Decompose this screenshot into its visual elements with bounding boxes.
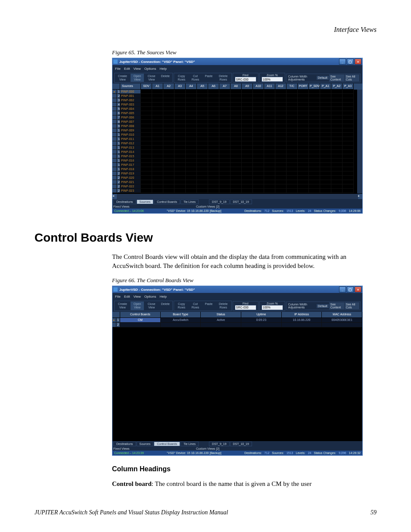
grid-cell[interactable] xyxy=(342,90,354,94)
grid-cell[interactable] xyxy=(298,111,309,115)
grid-cell[interactable] xyxy=(264,150,275,154)
grid-cell[interactable] xyxy=(275,120,286,124)
grid-cell[interactable] xyxy=(331,90,342,94)
grid-cell[interactable] xyxy=(219,141,230,146)
grid-cell[interactable] xyxy=(342,103,354,107)
source-name-cell[interactable]: PINP-003 xyxy=(120,103,141,107)
table-row[interactable]: 8PINP-007 xyxy=(112,120,362,124)
grid-cell[interactable] xyxy=(186,107,197,111)
grid-cell[interactable] xyxy=(264,103,275,107)
grid-cell[interactable] xyxy=(174,184,186,189)
source-name-cell[interactable]: PINP-015 xyxy=(120,154,141,159)
grid-cell[interactable] xyxy=(320,133,331,137)
grid-cell[interactable] xyxy=(253,107,264,111)
grid-cell[interactable] xyxy=(242,107,253,111)
source-name-cell[interactable]: PINP-001 xyxy=(120,94,141,98)
grid-cell[interactable] xyxy=(230,111,242,115)
grid-cell[interactable] xyxy=(242,176,253,180)
source-name-cell[interactable]: PINP-022 xyxy=(120,184,141,189)
grid-cell[interactable] xyxy=(331,189,342,193)
grid-cell[interactable] xyxy=(163,176,174,180)
row-selector[interactable] xyxy=(112,189,117,193)
grid-cell[interactable] xyxy=(208,94,219,98)
grid-cell[interactable] xyxy=(174,115,186,120)
grid-cell[interactable] xyxy=(242,146,253,150)
grid-cell[interactable] xyxy=(253,94,264,98)
grid-cell[interactable] xyxy=(320,154,331,159)
grid-cell[interactable]: AccuSwitch xyxy=(161,318,201,323)
grid-cell[interactable] xyxy=(242,137,253,141)
grid-cell[interactable] xyxy=(242,115,253,120)
grid-cell[interactable] xyxy=(242,90,253,94)
minimize-button[interactable]: _ xyxy=(339,286,346,292)
grid-cell[interactable] xyxy=(264,107,275,111)
grid-cell[interactable] xyxy=(152,184,163,189)
grid-cell[interactable] xyxy=(275,103,286,107)
grid-cell[interactable] xyxy=(219,107,230,111)
source-name-cell[interactable]: PINP-002 xyxy=(120,98,141,103)
grid-cell[interactable] xyxy=(264,159,275,163)
grid-cell[interactable] xyxy=(242,111,253,115)
table-row[interactable]: ▸1CMAccuSwitchActive0:05:2310.16.86.2200… xyxy=(112,318,362,323)
grid-cell[interactable] xyxy=(275,180,286,184)
grid-cell[interactable] xyxy=(242,150,253,154)
table-row[interactable]: 1PINP-015 xyxy=(112,154,362,159)
grid-cell[interactable] xyxy=(208,98,219,103)
grid-cell[interactable] xyxy=(174,154,186,159)
grid-cell[interactable] xyxy=(152,124,163,128)
grid-cell[interactable] xyxy=(309,90,320,94)
grid-cell[interactable] xyxy=(320,137,331,141)
grid-cell[interactable] xyxy=(208,176,219,180)
grid-cell[interactable] xyxy=(197,103,208,107)
grid-cell[interactable] xyxy=(242,133,253,137)
grid-cell[interactable] xyxy=(320,141,331,146)
grid-cell[interactable] xyxy=(219,128,230,133)
grid-cell[interactable] xyxy=(174,128,186,133)
grid-cell[interactable] xyxy=(320,107,331,111)
cwa-see-content-button[interactable]: See Content xyxy=(329,75,344,81)
grid-cell[interactable] xyxy=(242,184,253,189)
grid-column-header[interactable]: A7 xyxy=(219,84,230,90)
row-selector[interactable] xyxy=(112,150,117,154)
grid-cell[interactable] xyxy=(219,159,230,163)
grid-cell[interactable] xyxy=(264,111,275,115)
grid-cell[interactable] xyxy=(342,137,354,141)
grid-cell[interactable]: 10.16.86.220 xyxy=(282,318,322,323)
grid-cell[interactable] xyxy=(286,180,298,184)
grid-cell[interactable] xyxy=(174,146,186,150)
grid-cell[interactable] xyxy=(286,137,298,141)
grid-cell[interactable] xyxy=(331,146,342,150)
tab-control-boards[interactable]: Control Boards xyxy=(154,442,180,446)
grid-cell[interactable] xyxy=(342,98,354,103)
grid-cell[interactable] xyxy=(141,120,152,124)
grid-cell[interactable] xyxy=(186,120,197,124)
grid-cell[interactable] xyxy=(275,163,286,167)
grid-cell[interactable] xyxy=(152,107,163,111)
table-row[interactable]: 1PINP-016 xyxy=(112,159,362,163)
grid-cell[interactable] xyxy=(298,90,309,94)
grid-cell[interactable] xyxy=(275,154,286,159)
grid-cell[interactable] xyxy=(309,159,320,163)
row-selector[interactable] xyxy=(112,146,117,150)
grid-cell[interactable] xyxy=(219,167,230,171)
row-selector[interactable] xyxy=(112,120,117,124)
grid-cell[interactable] xyxy=(286,163,298,167)
grid-cell[interactable] xyxy=(186,137,197,141)
table-row[interactable]: 1PINP-010 xyxy=(112,133,362,137)
grid-cell[interactable] xyxy=(298,124,309,128)
grid-cell[interactable] xyxy=(320,184,331,189)
grid-cell[interactable] xyxy=(309,184,320,189)
grid-cell[interactable] xyxy=(174,167,186,171)
grid-column-header[interactable]: A2 xyxy=(163,84,174,90)
grid-cell[interactable] xyxy=(286,107,298,111)
grid-cell[interactable]: Active xyxy=(201,318,241,323)
grid-cell[interactable] xyxy=(197,167,208,171)
grid-cell[interactable] xyxy=(197,90,208,94)
grid-cell[interactable] xyxy=(242,94,253,98)
grid-cell[interactable] xyxy=(309,163,320,167)
grid-cell[interactable] xyxy=(152,171,163,176)
delete-rows-button[interactable]: Delete Rows xyxy=(216,302,231,310)
grid-cell[interactable] xyxy=(320,115,331,120)
grid-cell[interactable] xyxy=(152,94,163,98)
grid-cell[interactable] xyxy=(275,167,286,171)
